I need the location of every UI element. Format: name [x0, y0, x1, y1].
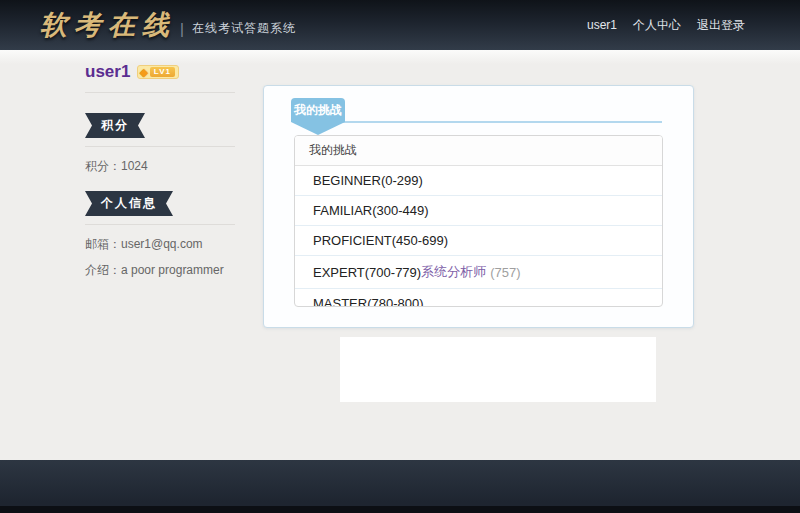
sidebar: user1 ◆ LV1 积分 积分：1024 个人信息 邮箱：user1@qq.… — [85, 62, 235, 295]
challenge-label: MASTER(780-800) — [313, 296, 424, 307]
points-section: 积分 积分：1024 — [85, 113, 235, 177]
top-nav: user1 个人中心 退出登录 — [587, 17, 745, 34]
exam-role-link[interactable]: 系统分析师 — [421, 263, 486, 281]
sidebar-username: user1 — [85, 62, 130, 82]
top-header: 软考在线 | 在线考试答题系统 user1 个人中心 退出登录 — [0, 0, 800, 50]
exam-score: (757) — [490, 265, 520, 280]
site-subtitle: 在线考试答题系统 — [192, 20, 296, 37]
user-row: user1 ◆ LV1 — [85, 62, 235, 92]
challenge-label: BEGINNER(0-299) — [313, 173, 423, 188]
challenge-row-familiar: FAMILIAR(300-449) — [295, 196, 662, 226]
info-section-title: 个人信息 — [85, 191, 173, 216]
tab-underline — [293, 121, 662, 123]
site-logo: 软考在线 — [40, 7, 176, 43]
nav-username-link[interactable]: user1 — [587, 18, 617, 32]
empty-content-box — [340, 337, 656, 402]
challenge-row-expert: EXPERT(700-779) 系统分析师 (757) — [295, 256, 662, 289]
main-panel: 我的挑战 我的挑战 BEGINNER(0-299) FAMILIAR(300-4… — [263, 85, 694, 328]
email-value: 邮箱：user1@qq.com — [85, 229, 235, 255]
points-value: 积分：1024 — [85, 151, 235, 177]
points-divider — [85, 146, 235, 147]
nav-profile-link[interactable]: 个人中心 — [633, 17, 681, 34]
intro-value: 介绍：a poor programmer — [85, 255, 235, 281]
tab-my-challenges[interactable]: 我的挑战 — [291, 98, 345, 122]
gem-icon: ◆ — [139, 67, 147, 78]
points-section-title: 积分 — [85, 113, 145, 138]
sidebar-divider — [85, 92, 235, 93]
info-divider — [85, 224, 235, 225]
info-section: 个人信息 邮箱：user1@qq.com 介绍：a poor programme… — [85, 191, 235, 281]
brand-separator: | — [180, 20, 184, 37]
challenge-row-master: MASTER(780-800) — [295, 289, 662, 307]
challenge-label: PROFICIENT(450-699) — [313, 233, 448, 248]
challenges-panel-title: 我的挑战 — [295, 136, 662, 166]
challenge-label: EXPERT(700-779) — [313, 265, 421, 280]
challenge-row-beginner: BEGINNER(0-299) — [295, 166, 662, 196]
brand: 软考在线 | 在线考试答题系统 — [40, 7, 296, 43]
page: 软考在线 | 在线考试答题系统 user1 个人中心 退出登录 user1 ◆ … — [0, 0, 800, 513]
challenges-panel: 我的挑战 BEGINNER(0-299) FAMILIAR(300-449) P… — [294, 135, 663, 307]
page-footer — [0, 460, 800, 513]
level-badge: ◆ LV1 — [137, 65, 179, 79]
challenge-label: FAMILIAR(300-449) — [313, 203, 429, 218]
challenge-row-proficient: PROFICIENT(450-699) — [295, 226, 662, 256]
level-badge-label: LV1 — [150, 67, 175, 77]
nav-logout-link[interactable]: 退出登录 — [697, 17, 745, 34]
